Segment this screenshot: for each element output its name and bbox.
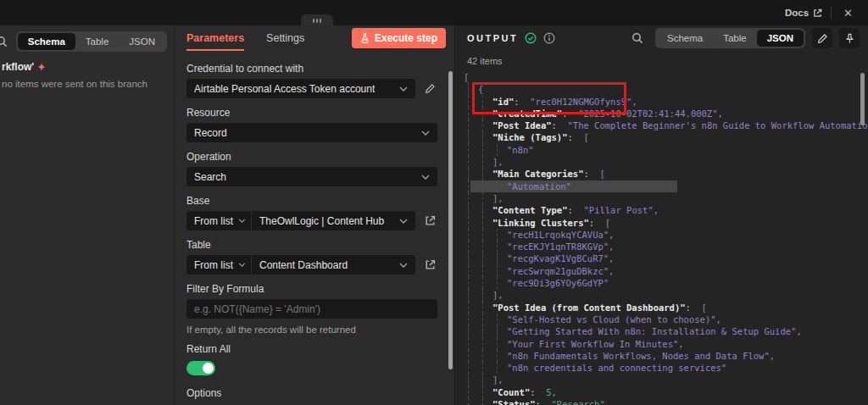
base-select[interactable]: From list TheOwlLogic | Content Hub [186,211,415,230]
parameters-scrollbar[interactable] [448,71,453,369]
base-mode[interactable]: From list [194,215,251,227]
output-header: OUTPUT Schema Table JSON [455,25,868,51]
options-heading: Options [186,387,437,405]
node-settings-header: Parameters Settings Execute step [175,25,454,51]
json-line: ], [464,374,868,386]
edit-credential-icon[interactable] [422,83,437,94]
input-view-tabs: Schema Table JSON [16,31,167,52]
json-line: "rec9Di3g6YOy6GdYP" [464,277,868,289]
close-icon[interactable]: ✕ [840,7,856,19]
execute-step-button[interactable]: Execute step [352,28,446,48]
panel-drag-handle[interactable] [301,14,333,26]
output-title: OUTPUT [467,33,518,43]
base-label: Base [186,195,437,207]
tab-input-table[interactable]: Table [75,33,120,50]
edit-output-icon[interactable] [812,28,832,48]
json-line: "Main Categories": [ [464,168,868,180]
json-line: "Count": 5, [464,386,868,398]
json-line: "Self-Hosted vs Cloud (when to choose)", [464,313,868,325]
json-line: "id": "rec0H12NGMGOfyns9", [464,96,868,108]
json-line: "n8n Fundamentals Workflows, Nodes and D… [464,350,868,362]
n8n-node-detail-view: Docs ✕ Schema Table JSON rkflow'✦ no ite… [0,0,868,405]
json-line: "Content Type": "Pillar Post", [464,204,868,216]
tab-output-json[interactable]: JSON [757,30,804,47]
success-check-icon [525,32,537,44]
input-empty-message: no items were sent on this branch [2,79,174,89]
filter-formula-hint: If empty, all the records will be return… [186,325,437,335]
output-view-tabs: Schema Table JSON [655,28,805,48]
toggle-knob [203,363,214,374]
pin-data-icon[interactable] [839,28,860,48]
json-line: "Post Idea": "The Complete Beginner's n8… [464,119,868,131]
json-line: "Post Idea (from Content Dashboard)": [ [464,302,868,313]
json-line: "n8n credentials and connecting services… [464,362,868,374]
resource-label: Resource [186,107,437,119]
tab-parameters[interactable]: Parameters [186,25,244,51]
table-select[interactable]: From list Content Dashboard [186,255,415,275]
info-icon[interactable] [543,32,555,44]
json-line: "Your First Workflow In Minutes", [464,338,868,350]
json-line: "recgKvagK1VgBCuR7", [464,252,868,264]
output-scrollbar[interactable] [860,73,865,125]
chevron-down-icon [238,263,246,267]
json-line: "Niche (Tags)": [ [464,131,868,143]
chevron-down-icon [399,263,408,268]
json-line: { [464,83,868,95]
chevron-down-icon [421,130,430,136]
tab-output-table[interactable]: Table [713,30,757,47]
output-items-count: 42 items [467,56,868,66]
json-line: "n8n" [464,144,868,156]
flask-icon [360,33,370,43]
table-mode[interactable]: From list [194,259,251,271]
json-line: "recEKJY1qnTR8KGVp", [464,241,868,252]
tab-input-json[interactable]: JSON [119,33,165,50]
resource-select[interactable]: Record [186,123,437,142]
json-line: [ [464,71,868,83]
divider [251,255,252,275]
search-icon[interactable] [0,36,8,47]
credential-select[interactable]: Airtable Personal Access Token account [186,79,415,98]
json-line: "Getting Started With n8n: Installation … [464,325,868,337]
json-line: ], [464,192,868,204]
input-node-name[interactable]: rkflow'✦ [2,61,174,73]
table-label: Table [186,239,437,251]
ndv-top-bar: Docs ✕ [0,0,868,25]
spark-icon: ✦ [37,62,45,72]
json-line: "Status": "Research", [464,398,868,405]
external-link-icon [813,8,822,18]
json-viewer: [{"id": "rec0H12NGMGOfyns9","createdTime… [464,71,868,405]
tab-input-schema[interactable]: Schema [18,33,75,50]
tab-output-schema[interactable]: Schema [657,30,713,47]
open-table-external-icon[interactable] [422,259,437,270]
filter-formula-label: Filter By Formula [186,283,437,295]
json-line: "Automation" [464,180,868,192]
node-settings-panel: Parameters Settings Execute step Credent… [174,25,454,405]
json-line: "recH1LrqokqYCAVUa", [464,229,868,241]
tab-settings[interactable]: Settings [266,25,304,51]
input-panel: Schema Table JSON rkflow'✦ no items were… [0,25,174,405]
filter-formula-input[interactable] [186,299,437,319]
divider [831,7,832,19]
chevron-down-icon [399,86,408,92]
chevron-down-icon [399,219,408,224]
json-line: ], [464,156,868,168]
divider [251,211,252,230]
search-icon[interactable] [632,32,643,44]
chevron-down-icon [421,175,430,180]
return-all-toggle[interactable] [186,361,215,375]
input-panel-header: Schema Table JSON [0,25,174,52]
credential-label: Credential to connect with [186,63,437,75]
return-all-label: Return All [186,343,437,355]
json-line: ], [464,289,868,301]
json-line: "recSwrqm21guDBkzc", [464,265,868,277]
chevron-down-icon [238,219,246,223]
open-base-external-icon[interactable] [422,215,437,226]
operation-label: Operation [186,151,437,163]
docs-label: Docs [785,8,809,18]
json-line: "createdTime": "2025-10-02T02:41:44.000Z… [464,108,868,119]
output-panel: OUTPUT Schema Table JSON 42 it [454,25,868,405]
json-line: "Linking Clusters": [ [464,217,868,229]
operation-select[interactable]: Search [186,167,437,186]
docs-link[interactable]: Docs [785,8,822,18]
parameters-form: Credential to connect with Airtable Pers… [175,51,454,405]
